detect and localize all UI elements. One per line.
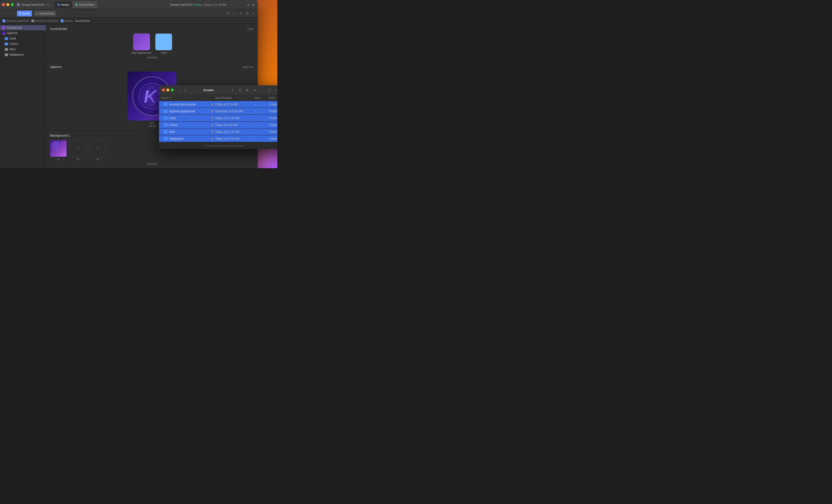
finder-col-kind-label: Kind	[269, 96, 275, 99]
sidebar-item-wallpapers[interactable]: › Wallpapers	[0, 52, 46, 57]
background1-universal: Universal	[147, 163, 157, 165]
swatch-dark[interactable]	[155, 34, 172, 50]
sidebar-item-accentcolor[interactable]: AccentColor	[0, 25, 46, 30]
finder-row-wallpapers[interactable]: › Wallpapers Today at 11:16 AM -- Folder	[159, 135, 277, 142]
accentcolor-section: AccentColor Color Any Appearance Dark	[46, 24, 258, 62]
sidebar-item-colors[interactable]: › Colors	[0, 41, 46, 47]
finder-grid-view-btn[interactable]: ⊞	[244, 87, 251, 93]
finder-row-card[interactable]: › Card Today at 11:16 AM -- Folder	[159, 115, 277, 121]
project-folder-icon	[2, 19, 5, 22]
card-filename: Card	[169, 116, 176, 120]
finder-minimize-btn[interactable]	[166, 88, 170, 91]
finder-grid-more-btn[interactable]: ▾	[251, 87, 258, 93]
image-slot-1x-box[interactable]	[50, 140, 67, 157]
sidebar-item-misc[interactable]: › Misc	[0, 47, 46, 52]
finder-tag-btn[interactable]: ◇	[266, 87, 273, 93]
finder-col-size-label: Size	[254, 96, 259, 99]
tab-assets[interactable]: Assets	[55, 1, 72, 8]
finder-more-btn[interactable]: »	[273, 87, 277, 93]
finder-back-btn[interactable]: ‹	[177, 87, 182, 93]
breadcrumb-current-label: AccentColor	[75, 19, 90, 22]
finder-header: Name ▼ Date Modified Size Kind	[159, 94, 277, 101]
sidebar-item-card[interactable]: › Card	[0, 36, 46, 41]
finder-col-size[interactable]: Size	[254, 96, 269, 99]
swatch-universal-label: Universal	[147, 56, 157, 59]
add-btn[interactable]: +	[232, 11, 237, 16]
finder-row-wallpapers-name: › Wallpapers	[161, 137, 215, 140]
settings-btn[interactable]: ⚙	[245, 11, 249, 16]
colors-size: --	[254, 123, 269, 127]
assets-tab-btn[interactable]: ⊞ Assets	[17, 10, 32, 17]
swatch-group-dark: Dark	[155, 34, 172, 54]
finder-row-misc[interactable]: › Misc Today at 11:16 AM -- Folder	[159, 129, 277, 135]
appicon-expand: ›	[161, 110, 162, 113]
finder-share-btn[interactable]: ↑	[258, 87, 265, 93]
contentview-tab-btn[interactable]: ◎ ContentView	[34, 10, 56, 17]
breadcrumb-sep-1: ›	[30, 19, 30, 22]
finder-forward-btn[interactable]: ›	[183, 87, 188, 93]
misc-folder-icon	[5, 48, 8, 51]
wallpapers-kind: Folder	[269, 137, 277, 140]
finder-row-colors[interactable]: › Colors Today at 9:36 AM -- Folder	[159, 121, 277, 129]
project-name: DesignCodeiOS16	[22, 3, 44, 6]
sidebar-item-appicon[interactable]: AppIcon	[0, 30, 46, 36]
device-selector[interactable]: ▲	[246, 2, 250, 7]
menu-btn[interactable]: ≡	[251, 11, 256, 16]
accentcolor-date: Today at 9:24 AM	[215, 103, 254, 106]
status-time: | Today at 11:19 AM	[203, 3, 226, 6]
misc-kind: Folder	[269, 130, 277, 134]
card-status	[211, 117, 213, 119]
wallpapers-status	[211, 138, 213, 140]
status-bar: DesignCodeiOS16: Ready | Today at 11:19 …	[150, 3, 246, 6]
image-slot-2x: + 2x	[70, 140, 86, 161]
maximize-button[interactable]	[11, 3, 14, 6]
status-ready: Ready	[194, 3, 202, 6]
image-slot-3x-box[interactable]: +	[89, 140, 106, 157]
finder-col-name-label: Name	[161, 96, 168, 99]
assets-tab-icon: ⊞	[19, 12, 21, 15]
nav-forward-btn[interactable]: ›	[8, 11, 13, 16]
breadcrumb-assets[interactable]: Assets	[61, 19, 73, 22]
misc-expand-finder: ›	[161, 131, 162, 133]
breadcrumb-project[interactable]: DesignCodeiOS16	[2, 19, 29, 22]
accentcolor-header: AccentColor Color	[50, 27, 254, 31]
swatch-any-appearance[interactable]	[133, 34, 150, 50]
nav-back-btn[interactable]: ‹	[2, 11, 6, 16]
wallpapers-folder-icon-finder	[164, 137, 167, 140]
swatch-any-label: Any Appearance	[132, 51, 152, 54]
finder-row-appicon[interactable]: › AppIcon.appiconset Yesterday at 5:59 P…	[159, 108, 277, 115]
minimize-button[interactable]	[6, 3, 9, 6]
finder-row-misc-name: › Misc	[161, 130, 215, 134]
finder-col-name[interactable]: Name ▼	[161, 96, 215, 99]
info-btn[interactable]: ℹ	[238, 11, 243, 16]
split-view-btn[interactable]: ⧉	[251, 2, 256, 7]
finder-close-btn[interactable]	[162, 88, 165, 91]
finder-maximize-btn[interactable]	[171, 88, 174, 91]
finder-col-date[interactable]: Date Modified	[215, 96, 254, 99]
status-project: DesignCodeiOS16:	[170, 3, 194, 6]
appicon-icon	[2, 31, 5, 35]
finder-col-kind[interactable]: Kind	[269, 96, 277, 99]
finder-row-accentcolor[interactable]: › AccentColor.colorset Today at 9:24 AM …	[159, 101, 277, 108]
close-button[interactable]	[2, 3, 5, 6]
misc-size: --	[254, 130, 269, 134]
window-controls: ▲ ⧉	[246, 2, 256, 7]
file-btn[interactable]: ☰	[226, 11, 230, 16]
breadcrumb: DesignCodeiOS16 › DesignCodeiOS16 › Asse…	[0, 18, 258, 24]
swatch-row: Any Appearance Dark	[132, 34, 172, 54]
appicon-folder-icon	[164, 110, 167, 113]
finder-nav: ‹ ›	[177, 87, 188, 93]
finder-progress-bar	[205, 145, 244, 146]
breadcrumb-group[interactable]: DesignCodeiOS16	[31, 19, 58, 22]
image-slot-3x: + 3x	[89, 140, 106, 161]
finder-sort-btn[interactable]: ⇅	[236, 87, 243, 93]
breadcrumb-current: AccentColor	[75, 19, 90, 22]
slot-1x-label: 1x	[57, 158, 60, 161]
image-slot-2x-box[interactable]: +	[70, 140, 86, 157]
tab-contentview[interactable]: ContentView	[73, 1, 97, 8]
finder-list-view-btn[interactable]: ≡	[229, 87, 236, 93]
breadcrumb-assets-label: Assets	[64, 19, 73, 22]
sidebar-wallpapers-label: Wallpapers	[9, 53, 24, 56]
colors-expand-arrow: ›	[2, 43, 3, 45]
wallpapers-folder-icon	[5, 53, 8, 56]
